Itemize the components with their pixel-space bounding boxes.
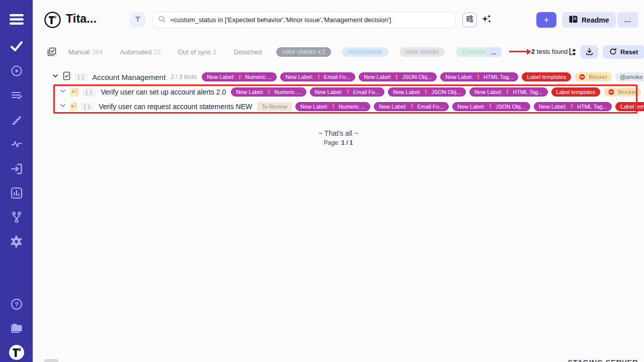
- filter-tab[interactable]: Detached: [234, 48, 262, 56]
- test-labels: New Label: Numeric ...New Label: Email F…: [231, 87, 641, 97]
- test-rows: [ ]Verify user can set up account alerts…: [59, 84, 644, 114]
- test-title[interactable]: Verify user can request account statemen…: [99, 103, 252, 111]
- steps-icon[interactable]: [0, 114, 33, 126]
- help-icon[interactable]: ?: [0, 298, 33, 311]
- label-pill[interactable]: New Label: HTML Tag...: [440, 72, 518, 81]
- filter-chip[interactable]: color checks: [399, 47, 445, 57]
- reset-button[interactable]: Reset: [603, 45, 644, 59]
- readme-button[interactable]: Readme: [562, 12, 616, 28]
- menu-icon[interactable]: [0, 14, 33, 25]
- empty-run-badge: [ ]: [83, 88, 96, 96]
- reset-label: Reset: [620, 48, 638, 56]
- suite-row[interactable]: [ ] Account Management 2 / 3 tests New L…: [52, 71, 644, 83]
- page-label: Page:: [324, 139, 339, 146]
- download-button[interactable]: [580, 45, 598, 59]
- branches-icon[interactable]: [0, 211, 33, 224]
- reports-chart-icon[interactable]: [0, 187, 33, 200]
- suite-doc-icon: [62, 71, 71, 82]
- label-pill[interactable]: Label templates: [551, 87, 601, 97]
- filter-chips: color checks v.2Automatablecolor checksE…: [276, 44, 492, 59]
- label-pill[interactable]: New Label: JSON Obj...: [359, 72, 437, 81]
- header-more-button[interactable]: ...: [617, 12, 638, 28]
- filter-tab[interactable]: Manual264: [68, 48, 103, 56]
- results-number: 2: [531, 48, 535, 55]
- filter-tab[interactable]: Out of sync1: [178, 48, 217, 56]
- tree-view-icon[interactable]: [568, 48, 577, 58]
- project-title[interactable]: Tita...: [66, 12, 97, 26]
- filter-more-button[interactable]: ...: [486, 47, 502, 57]
- label-pill[interactable]: New Label: Email Fo...: [374, 102, 449, 111]
- main-area: Tita... + Readme ... Manual264Automated2…: [33, 0, 644, 362]
- tab-count: 1: [213, 48, 216, 56]
- label-pill[interactable]: New Label: Email Fo...: [280, 72, 355, 81]
- ai-sparkles-button[interactable]: [480, 15, 492, 26]
- test-row[interactable]: [ ]Verify user can request account state…: [59, 99, 644, 114]
- funnel-icon: [134, 15, 142, 25]
- chevron-down-icon[interactable]: [59, 102, 66, 111]
- pagination: Page: 1 / 1: [33, 139, 644, 146]
- label-pill[interactable]: New Label: Numeric ...: [231, 87, 306, 97]
- app-logo-icon[interactable]: [0, 344, 33, 360]
- sidebar: ?: [0, 0, 33, 362]
- download-icon: [585, 47, 594, 57]
- sliders-icon: [465, 15, 474, 25]
- label-pill[interactable]: New Label: JSON Obj...: [388, 87, 466, 97]
- tests-check-icon[interactable]: [0, 41, 33, 52]
- runs-play-icon[interactable]: [0, 65, 33, 77]
- chevron-down-icon[interactable]: [59, 87, 66, 97]
- book-icon: [569, 16, 578, 25]
- select-all-icon[interactable]: [47, 47, 57, 59]
- empty-run-badge: [ ]: [80, 103, 94, 111]
- empty-run-badge: [ ]: [74, 73, 88, 81]
- page-value: 1 / 1: [341, 139, 353, 146]
- label-pill[interactable]: New Label: Email Fo...: [310, 87, 385, 97]
- test-title[interactable]: Verify user can set up account alerts 2.…: [101, 88, 226, 96]
- label-pill[interactable]: New Label: JSON Obj...: [452, 102, 530, 111]
- label-pill[interactable]: New Label: Numeric ...: [202, 72, 277, 81]
- tag-pill[interactable]: @smoke: [615, 72, 644, 81]
- search-icon: [158, 15, 166, 25]
- project-logo-icon[interactable]: [44, 12, 61, 28]
- severity-pill[interactable]: Blocker: [604, 87, 641, 97]
- label-pill[interactable]: Label templates: [522, 72, 571, 81]
- suite-title[interactable]: Account Management: [92, 73, 166, 81]
- end-of-list-text: ~ That's all ~: [33, 129, 644, 137]
- svg-text:?: ?: [15, 301, 19, 308]
- results-count: 2tests found: [531, 48, 568, 55]
- add-test-button[interactable]: +: [536, 12, 556, 28]
- filter-chip[interactable]: Automatable: [342, 47, 388, 57]
- results-text: tests found: [537, 48, 568, 55]
- label-pill[interactable]: New Label: HTML Tag...: [534, 102, 612, 111]
- sparkles-icon: [481, 14, 492, 27]
- filter-funnel-button[interactable]: [130, 12, 145, 28]
- readme-label: Readme: [582, 16, 609, 24]
- tab-count: 264: [92, 48, 103, 56]
- test-plans-icon[interactable]: [0, 89, 33, 102]
- search-bar: [152, 12, 455, 28]
- chevron-down-icon[interactable]: [52, 72, 59, 81]
- suite-meta: 2 / 3 tests: [171, 73, 197, 80]
- label-pill[interactable]: New Label: Numeric ...: [295, 102, 370, 111]
- import-icon[interactable]: [0, 162, 33, 175]
- hidden-widget-tab: [44, 359, 58, 362]
- refresh-icon: [609, 48, 617, 57]
- filter-chip[interactable]: color checks v.2: [276, 47, 331, 57]
- severity-pill[interactable]: Blocker: [575, 72, 612, 81]
- app-window: ? Tita... + Readme: [0, 0, 644, 362]
- manual-test-icon: [70, 87, 79, 97]
- label-pill[interactable]: Label templates: [615, 102, 644, 111]
- test-labels: New Label: Numeric ...New Label: Email F…: [295, 102, 644, 111]
- projects-folder-icon[interactable]: [0, 322, 33, 335]
- test-row[interactable]: [ ]Verify user can set up account alerts…: [59, 84, 644, 99]
- analytics-pulse-icon[interactable]: [0, 138, 33, 150]
- label-pill[interactable]: New Label: HTML Tag...: [469, 87, 547, 97]
- tab-count: 22: [153, 48, 160, 56]
- settings-gear-icon[interactable]: [0, 235, 33, 248]
- filter-tabs: Manual264Automated22Out of sync1Detached: [68, 44, 262, 59]
- query-settings-button[interactable]: [462, 13, 477, 27]
- staging-watermark: STAGING SERVER: [568, 358, 638, 362]
- status-badge: To Review: [257, 102, 292, 111]
- filter-tab[interactable]: Automated22: [120, 48, 160, 56]
- annotation-arrow: [509, 51, 527, 52]
- search-input[interactable]: [170, 16, 450, 24]
